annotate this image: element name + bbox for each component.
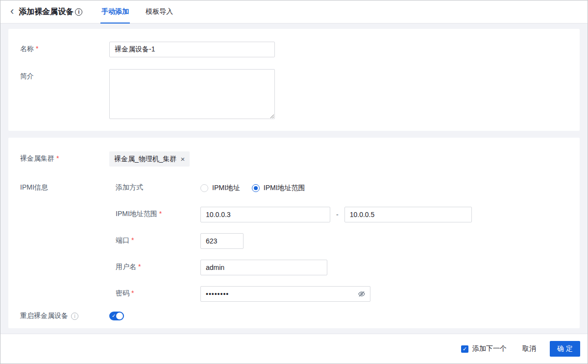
required-marker: * [131,236,134,244]
toggle-check-icon: ✓ [112,313,116,319]
password-field-wrapper [200,286,370,302]
page-title: 添加裸金属设备 i [19,7,82,17]
confirm-button[interactable]: 确 定 [550,341,580,357]
password-row: 密码* [116,286,472,302]
radio-ipmi-address[interactable]: IPMI地址 [200,184,240,193]
ipmi-section-label: IPMI信息 [20,180,116,311]
add-next-label[interactable]: 添加下一个 [472,344,507,353]
port-label: 端口* [116,233,200,249]
radio-ipmi-address-range-label: IPMI地址范围 [264,184,305,193]
detail-card: 裸金属集群* 裸金属_物理机_集群 × IPMI信息 添加方式 IPMI地址 [8,138,580,328]
name-row: 名称* [20,42,568,57]
ipmi-range-start-input[interactable] [200,207,330,222]
title-info-icon[interactable]: i [75,8,82,16]
name-label: 名称* [20,42,109,57]
username-row: 用户名* [116,260,472,275]
cluster-label-text: 裸金属集群 [20,154,54,162]
cluster-label: 裸金属集群* [20,151,109,167]
tab-template-import[interactable]: 模板导入 [146,0,173,24]
required-marker: * [159,210,162,218]
add-method-radio-group: IPMI地址 IPMI地址范围 [200,180,317,196]
name-label-text: 名称 [20,45,34,52]
ipmi-section-label-text: IPMI信息 [20,183,48,191]
reboot-row: 重启裸金属设备 i ✓ [20,311,568,321]
cluster-row: 裸金属集群* 裸金属_物理机_集群 × [20,151,568,167]
password-input[interactable] [200,286,370,302]
password-label: 密码* [116,286,200,302]
cancel-button[interactable]: 取消 [522,344,536,353]
ipmi-range-end-input[interactable] [344,207,472,222]
port-label-text: 端口 [116,236,129,244]
port-row: 端口* [116,233,472,249]
add-method-label: 添加方式 [116,180,200,196]
radio-ipmi-address-range[interactable]: IPMI地址范围 [252,184,305,193]
required-marker: * [138,263,141,270]
ipmi-subform: 添加方式 IPMI地址 IPMI地址范围 IPMI地址范围* [116,180,472,311]
reboot-toggle[interactable]: ✓ [109,312,124,320]
required-marker: * [36,45,38,52]
ipmi-range-row: IPMI地址范围* - [116,207,472,222]
page-header: ‹ 添加裸金属设备 i 手动添加 模板导入 [0,0,588,24]
description-row: 简介 [20,69,568,119]
back-icon[interactable]: ‹ [10,6,14,17]
username-input[interactable] [200,260,327,275]
cluster-tag[interactable]: 裸金属_物理机_集群 × [109,151,190,167]
add-next-checkbox[interactable]: ✓ [461,345,468,353]
ipmi-range-label: IPMI地址范围* [116,207,200,222]
cluster-tag-text: 裸金属_物理机_集群 [114,155,177,164]
ipmi-section: IPMI信息 添加方式 IPMI地址 IPMI地址范围 [20,180,568,311]
reboot-label: 重启裸金属设备 i [20,312,109,320]
required-marker: * [56,154,59,162]
basic-info-card: 名称* 简介 [8,29,580,131]
ipmi-range-label-text: IPMI地址范围 [116,210,157,218]
page-title-text: 添加裸金属设备 [19,7,74,17]
username-label-text: 用户名 [116,263,136,270]
description-label-text: 简介 [20,72,34,80]
password-visibility-icon[interactable] [358,290,366,298]
reboot-info-icon[interactable]: i [71,313,78,320]
footer-action-bar: ✓ 添加下一个 取消 确 定 [0,334,588,364]
required-marker: * [131,289,134,297]
radio-ipmi-address-label: IPMI地址 [212,184,240,193]
username-label: 用户名* [116,260,200,275]
toggle-knob [116,313,123,319]
radio-unselected-icon [200,184,208,192]
remove-tag-icon[interactable]: × [181,155,185,163]
add-method-label-text: 添加方式 [116,183,143,191]
reboot-label-text: 重启裸金属设备 [20,312,68,320]
tab-manual-add[interactable]: 手动添加 [101,0,129,24]
add-method-row: 添加方式 IPMI地址 IPMI地址范围 [116,180,472,196]
port-input[interactable] [200,233,244,249]
radio-selected-icon [252,184,260,192]
name-input[interactable] [109,42,275,57]
description-textarea[interactable] [109,69,275,119]
password-label-text: 密码 [116,289,129,297]
tab-bar: 手动添加 模板导入 [93,0,181,24]
range-separator: - [336,211,339,218]
description-label: 简介 [20,69,109,119]
